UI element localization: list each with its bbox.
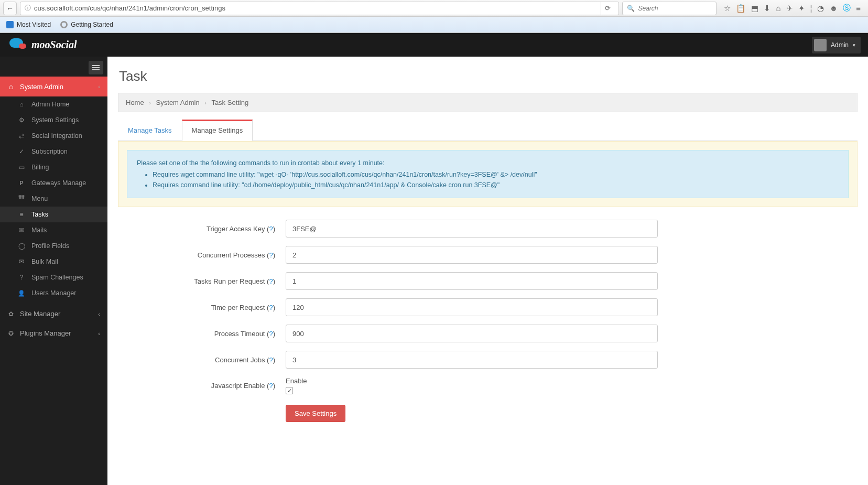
help-icon[interactable]: ? <box>269 251 273 259</box>
menu-icon[interactable]: ≡ <box>856 4 861 13</box>
concurrent-jobs-input[interactable] <box>286 351 658 369</box>
tab-manage-tasks[interactable]: Manage Tasks <box>118 120 182 141</box>
sidebar-item-social-integration[interactable]: Social Integration <box>0 128 107 144</box>
downloads-icon[interactable]: ⬇ <box>764 4 771 13</box>
sidebar-item-mails[interactable]: Mails <box>0 222 107 238</box>
app-header: mooSocial Admin ▾ <box>0 33 868 57</box>
face-icon[interactable]: ☻ <box>829 4 838 13</box>
clock-icon[interactable]: ◔ <box>817 4 824 13</box>
clipboard-icon[interactable]: 📋 <box>736 4 746 13</box>
sidebar-item-label: Tasks <box>31 211 48 218</box>
bookmark-most-visited[interactable]: Most Visited <box>6 21 51 28</box>
browser-toolbar-icons: ☆ 📋 ⬒ ⬇ ⌂ ✈ ✦ ¦ ◔ ☻ Ⓢ ≡ <box>720 3 865 13</box>
site-icon <box>7 310 15 318</box>
breadcrumb: Home › System Admin › Task Setting <box>118 93 858 112</box>
payment-icon <box>18 180 25 186</box>
menu-icon <box>18 195 25 202</box>
bookmark-label: Getting Started <box>71 21 113 28</box>
field-trigger-access-key: Trigger Access Key (?) <box>118 220 658 238</box>
field-time-per-request: Time per Request (?) <box>118 298 658 316</box>
avatar <box>814 39 827 51</box>
share-icon <box>18 132 25 139</box>
logo[interactable]: mooSocial <box>7 38 77 52</box>
bookmark-icon <box>60 21 68 28</box>
field-label: Javascript Enable (?) <box>118 382 286 390</box>
javascript-enable-checkbox[interactable]: ✓ <box>286 387 293 394</box>
sidebar-section-site-manager[interactable]: Site Manager ‹ <box>0 304 107 324</box>
sidebar-item-menu[interactable]: Menu <box>0 191 107 207</box>
url-input[interactable] <box>34 4 598 12</box>
trigger-access-key-input[interactable] <box>286 220 658 238</box>
concurrent-processes-input[interactable] <box>286 246 658 264</box>
site-info-icon[interactable]: ⓘ <box>25 4 31 13</box>
sidebar-item-label: Subscription <box>31 148 68 155</box>
time-per-request-input[interactable] <box>286 298 658 316</box>
user-menu[interactable]: Admin ▾ <box>812 37 861 53</box>
bookmark-bar: Most Visited Getting Started <box>0 17 868 33</box>
check-circle-icon <box>18 242 25 250</box>
help-icon[interactable]: ? <box>269 330 273 338</box>
field-label: Time per Request (?) <box>118 304 286 311</box>
sidebar-section-plugins-manager[interactable]: Plugins Manager ‹ <box>0 324 107 343</box>
sidebar-item-admin-home[interactable]: Admin Home <box>0 96 107 112</box>
browser-search[interactable]: 🔍 <box>622 2 717 15</box>
checkbox-label: Enable <box>286 377 307 385</box>
skype-icon[interactable]: Ⓢ <box>843 3 851 13</box>
sidebar-item-subscription[interactable]: Subscription <box>0 144 107 159</box>
sidebar-item-tasks[interactable]: Tasks <box>0 207 107 222</box>
sidebar-item-users-manager[interactable]: Users Manager <box>0 285 107 301</box>
browser-chrome: ← ⓘ ⟳ 🔍 ☆ 📋 ⬒ ⬇ ⌂ ✈ ✦ ¦ ◔ ☻ Ⓢ ≡ Most Vis <box>0 0 868 33</box>
help-icon[interactable]: ? <box>269 225 273 233</box>
addon-icon[interactable]: ✦ <box>798 4 805 13</box>
sidebar-item-label: Menu <box>31 195 48 202</box>
help-icon[interactable]: ? <box>269 356 273 364</box>
field-label: Trigger Access Key (?) <box>118 225 286 233</box>
back-button[interactable]: ← <box>3 2 17 15</box>
help-icon[interactable]: ? <box>269 382 273 390</box>
sidebar-item-bulk-mail[interactable]: Bulk Mail <box>0 254 107 270</box>
sidebar-section-system-admin[interactable]: System Admin ‹ <box>0 77 107 96</box>
field-label: Concurrent Jobs (?) <box>118 356 286 364</box>
help-icon[interactable]: ? <box>269 304 273 311</box>
separator-icon: ¦ <box>810 4 812 13</box>
home-icon <box>18 101 25 108</box>
home-icon[interactable]: ⌂ <box>776 4 780 13</box>
field-label: Tasks Run per Request (?) <box>118 277 286 285</box>
breadcrumb-system-admin[interactable]: System Admin <box>156 99 200 106</box>
tasks-run-per-request-input[interactable] <box>286 272 658 290</box>
url-bar[interactable]: ⓘ ⟳ <box>20 2 619 15</box>
plugin-icon <box>7 330 15 337</box>
send-icon[interactable]: ✈ <box>786 4 793 13</box>
bookmark-getting-started[interactable]: Getting Started <box>60 21 113 28</box>
bookmark-star-icon[interactable]: ☆ <box>724 4 731 13</box>
chevron-left-icon: ‹ <box>98 311 100 317</box>
browser-search-input[interactable] <box>638 5 717 12</box>
help-icon <box>18 274 25 281</box>
sidebar-toggle[interactable] <box>89 61 103 74</box>
sidebar-item-label: Spam Challenges <box>31 274 83 281</box>
field-label: Concurrent Processes (?) <box>118 251 286 259</box>
sidebar-item-label: Gateways Manage <box>31 179 86 187</box>
mail-icon <box>18 258 25 265</box>
sidebar-item-billing[interactable]: Billing <box>0 159 107 175</box>
home-icon <box>7 82 15 91</box>
help-icon[interactable]: ? <box>269 277 273 285</box>
pocket-icon[interactable]: ⬒ <box>751 4 758 13</box>
sidebar-item-gateways-manage[interactable]: Gateways Manage <box>0 175 107 191</box>
process-timeout-input[interactable] <box>286 325 658 342</box>
chevron-left-icon: ‹ <box>98 330 100 337</box>
logo-text: mooSocial <box>31 39 77 51</box>
gear-icon <box>18 116 25 124</box>
tab-manage-settings[interactable]: Manage Settings <box>182 120 253 141</box>
chevron-right-icon: › <box>204 100 207 106</box>
save-settings-button[interactable]: Save Settings <box>286 405 345 422</box>
sidebar-item-label: Billing <box>31 164 49 171</box>
field-concurrent-jobs: Concurrent Jobs (?) <box>118 351 658 369</box>
reload-button[interactable]: ⟳ <box>601 2 614 15</box>
sidebar-item-system-settings[interactable]: System Settings <box>0 112 107 128</box>
sidebar-item-spam-challenges[interactable]: Spam Challenges <box>0 270 107 285</box>
sidebar-item-profile-fields[interactable]: Profile Fields <box>0 238 107 254</box>
user-icon <box>18 290 25 297</box>
breadcrumb-home[interactable]: Home <box>126 99 144 106</box>
user-label: Admin <box>831 41 849 49</box>
